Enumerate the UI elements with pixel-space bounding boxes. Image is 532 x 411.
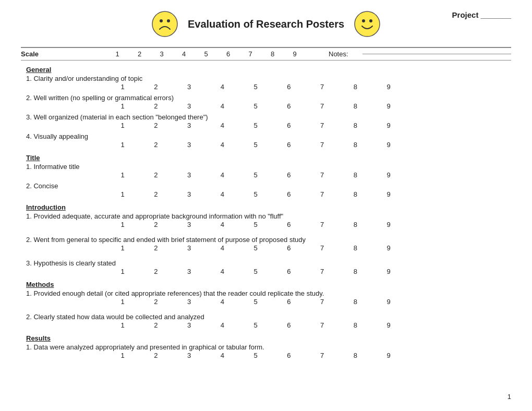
criterion-general-3-ratings: 123456789 <box>110 122 402 129</box>
page-number: 1 <box>507 393 511 401</box>
svg-point-1 <box>160 19 163 22</box>
scale-header-row: Scale 1 2 3 4 5 6 7 8 9 Notes: <box>21 47 511 61</box>
criterion-methods-1-ratings: 123456789 <box>110 298 402 306</box>
criterion-general-3-text: 3. Well organized (material in each sect… <box>26 113 511 121</box>
project-label: Project _______ <box>452 10 511 19</box>
scale-numbers: 1 2 3 4 5 6 7 8 9 <box>104 50 308 58</box>
section-general: General 1. Clarity and/or understanding … <box>26 66 511 149</box>
page-header: Evaluation of Research Posters Project _… <box>21 10 511 38</box>
criterion-title-1-ratings: 123456789 <box>110 171 402 179</box>
section-introduction: Introduction 1. Provided adequate, accur… <box>26 203 511 275</box>
criterion-general-4-ratings: 123456789 <box>110 141 402 149</box>
happy-face-icon <box>354 10 381 38</box>
criterion-intro-3-text: 3. Hypothesis is clearly stated <box>26 259 511 267</box>
svg-point-0 <box>152 11 177 37</box>
criterion-methods-2-ratings: 123456789 <box>110 321 402 329</box>
main-content: General 1. Clarity and/or understanding … <box>21 66 511 359</box>
criterion-general-4-text: 4. Visually appealing <box>26 132 511 140</box>
criterion-general-2-ratings: 123456789 <box>110 102 402 110</box>
notes-label: Notes: <box>329 50 360 58</box>
section-heading-introduction: Introduction <box>26 203 511 211</box>
criterion-results-1-text: 1. Data were analyzed appropriately and … <box>26 343 511 351</box>
criterion-title-1-text: 1. Informative title <box>26 163 511 171</box>
svg-point-3 <box>355 11 380 37</box>
criterion-general-2-text: 2. Well written (no spelling or grammati… <box>26 94 511 102</box>
page-title: Evaluation of Research Posters <box>188 18 344 30</box>
criterion-results-1-ratings: 123456789 <box>110 352 402 359</box>
svg-point-5 <box>369 19 372 22</box>
criterion-intro-1-ratings: 123456789 <box>110 221 402 228</box>
content-area: General 1. Clarity and/or understanding … <box>21 66 511 359</box>
svg-point-2 <box>167 19 170 22</box>
notes-line <box>362 54 511 54</box>
criterion-title-2-text: 2. Concise <box>26 182 511 190</box>
sad-face-icon <box>151 10 178 38</box>
section-heading-general: General <box>26 66 511 74</box>
criterion-intro-3-ratings: 123456789 <box>110 268 402 275</box>
section-title: Title 1. Informative title 123456789 2. … <box>26 154 511 198</box>
section-methods: Methods 1. Provided enough detail (or ci… <box>26 281 511 329</box>
section-results: Results 1. Data were analyzed appropriat… <box>26 334 511 359</box>
section-heading-title: Title <box>26 154 511 162</box>
criterion-intro-2-text: 2. Went from general to specific and end… <box>26 236 511 244</box>
criterion-title-2-ratings: 123456789 <box>110 190 402 198</box>
criterion-methods-2-text: 2. Clearly stated how data would be coll… <box>26 313 511 321</box>
section-heading-methods: Methods <box>26 281 511 288</box>
scale-label: Scale <box>21 50 104 58</box>
svg-point-4 <box>362 19 365 22</box>
criterion-methods-1-text: 1. Provided enough detail (or cited appr… <box>26 289 511 297</box>
criterion-general-1-text: 1. Clarity and/or understanding of topic <box>26 75 511 82</box>
criterion-intro-2-ratings: 123456789 <box>110 244 402 252</box>
criterion-intro-1-text: 1. Provided adequate, accurate and appro… <box>26 212 511 220</box>
criterion-general-1-ratings: 123456789 <box>110 83 402 91</box>
section-heading-results: Results <box>26 334 511 342</box>
